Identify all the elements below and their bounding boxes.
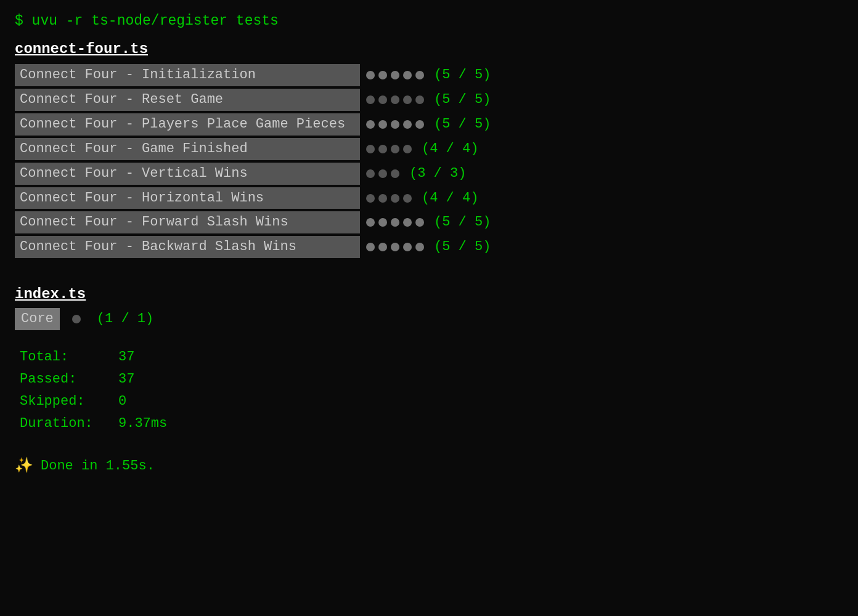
summary-passed-value: 37	[118, 370, 134, 389]
test-name-players: Connect Four - Players Place Game Pieces	[15, 113, 360, 136]
test-name-reset: Connect Four - Reset Game	[15, 89, 360, 111]
dots-initialization	[366, 71, 424, 79]
table-row: Connect Four - Initialization (5 / 5)	[15, 63, 843, 87]
test-name-horizontal: Connect Four - Horizontal Wins	[15, 187, 360, 209]
dot	[378, 95, 387, 104]
summary-total-value: 37	[118, 347, 134, 367]
table-row: Connect Four - Players Place Game Pieces…	[15, 112, 843, 137]
dot	[415, 243, 424, 251]
test-count-backward-slash: (5 / 5)	[434, 237, 491, 257]
dot	[378, 169, 387, 178]
table-row: Connect Four - Game Finished (4 / 4)	[15, 137, 843, 161]
dot	[403, 145, 412, 153]
summary-total-label: Total:	[20, 347, 118, 367]
summary-skipped-row: Skipped: 0	[20, 392, 843, 411]
command-line: $ uvu -r ts-node/register tests	[15, 11, 843, 31]
dot	[366, 145, 375, 153]
table-row: Connect Four - Backward Slash Wins (5 / …	[15, 235, 843, 259]
dots-backward-slash	[366, 243, 424, 251]
dot	[378, 145, 387, 153]
dot	[366, 120, 375, 129]
dot	[391, 120, 399, 129]
connect-four-section: connect-four.ts Connect Four - Initializ…	[15, 39, 843, 259]
summary-passed-row: Passed: 37	[20, 370, 843, 389]
done-text: Done in 1.55s.	[41, 456, 155, 476]
summary-duration-label: Duration:	[20, 414, 118, 434]
dot	[366, 71, 375, 79]
summary-skipped-label: Skipped:	[20, 392, 118, 411]
test-count-vertical: (3 / 3)	[409, 164, 466, 184]
dot	[415, 71, 424, 79]
summary-total-row: Total: 37	[20, 347, 843, 367]
test-count-finished: (4 / 4)	[422, 139, 478, 159]
summary-skipped-value: 0	[118, 392, 126, 411]
test-count-horizontal: (4 / 4)	[422, 188, 478, 208]
test-name-backward-slash: Connect Four - Backward Slash Wins	[15, 236, 360, 258]
test-count-forward-slash: (5 / 5)	[434, 213, 491, 232]
summary-duration-value: 9.37ms	[118, 414, 167, 434]
table-row: Connect Four - Reset Game (5 / 5)	[15, 87, 843, 112]
dot	[403, 71, 412, 79]
dot	[72, 315, 81, 323]
dot	[378, 243, 387, 251]
dot	[378, 120, 387, 129]
dot	[391, 243, 399, 251]
dots-players	[366, 120, 424, 129]
dot	[366, 169, 375, 178]
test-count-initialization: (5 / 5)	[434, 65, 491, 85]
terminal-window: $ uvu -r ts-node/register tests connect-…	[15, 11, 843, 477]
gap-spacer	[15, 264, 843, 282]
dot	[415, 218, 424, 227]
dot	[403, 120, 412, 129]
dot	[391, 145, 399, 153]
table-row: Connect Four - Forward Slash Wins (5 / 5…	[15, 210, 843, 235]
dots-forward-slash	[366, 218, 424, 227]
dot	[415, 120, 424, 129]
test-count-reset: (5 / 5)	[434, 90, 491, 110]
dots-reset	[366, 95, 424, 104]
done-line: ✨ Done in 1.55s.	[15, 456, 843, 477]
dot	[391, 169, 399, 178]
dot	[378, 218, 387, 227]
dots-finished	[366, 145, 412, 153]
test-count-core: (1 / 1)	[97, 309, 153, 329]
dots-vertical	[366, 169, 399, 178]
dot	[403, 194, 412, 203]
dot	[366, 95, 375, 104]
test-name-initialization: Connect Four - Initialization	[15, 64, 360, 86]
dot	[403, 218, 412, 227]
dot	[391, 95, 399, 104]
dot	[366, 243, 375, 251]
test-count-players: (5 / 5)	[434, 115, 491, 134]
dot	[403, 243, 412, 251]
dot	[378, 71, 387, 79]
test-name-forward-slash: Connect Four - Forward Slash Wins	[15, 211, 360, 233]
dot	[378, 194, 387, 203]
index-heading: index.ts	[15, 284, 843, 306]
summary-block: Total: 37 Passed: 37 Skipped: 0 Duration…	[20, 347, 843, 434]
connect-four-heading: connect-four.ts	[15, 39, 843, 60]
table-row: Core (1 / 1)	[15, 308, 843, 330]
summary-passed-label: Passed:	[20, 370, 118, 389]
index-section: index.ts Core (1 / 1)	[15, 284, 843, 330]
dot	[391, 218, 399, 227]
dot	[415, 95, 424, 104]
core-badge: Core	[15, 308, 60, 330]
dots-horizontal	[366, 194, 412, 203]
dot	[366, 194, 375, 203]
dot	[391, 194, 399, 203]
table-row: Connect Four - Vertical Wins (3 / 3)	[15, 161, 843, 186]
sparkle-icon: ✨	[15, 456, 33, 477]
table-row: Connect Four - Horizontal Wins (4 / 4)	[15, 186, 843, 211]
dot	[403, 95, 412, 104]
test-name-finished: Connect Four - Game Finished	[15, 138, 360, 160]
dots-core	[72, 315, 81, 323]
dot	[366, 218, 375, 227]
test-name-vertical: Connect Four - Vertical Wins	[15, 163, 360, 185]
dot	[391, 71, 399, 79]
summary-duration-row: Duration: 9.37ms	[20, 414, 843, 434]
